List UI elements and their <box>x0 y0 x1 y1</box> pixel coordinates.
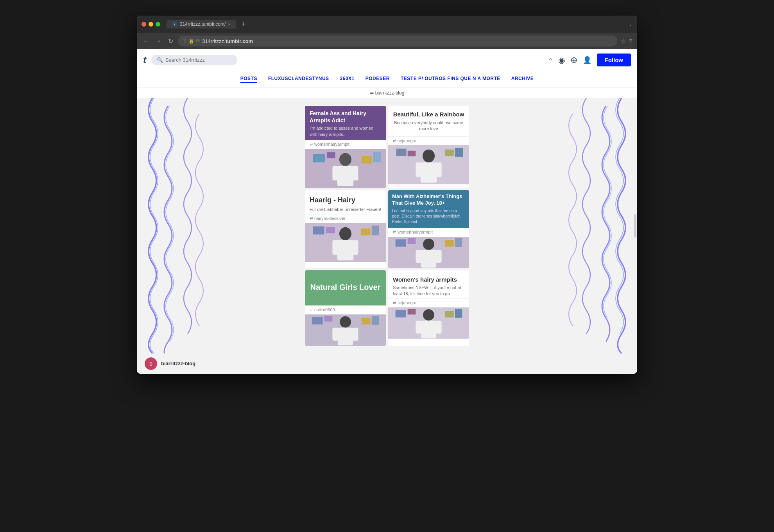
reblog-icon-5: ⇌ <box>310 307 313 312</box>
post-card-1[interactable]: Female Ass and Hairy Armpits Adict I'm a… <box>305 106 386 188</box>
header-right-nav: ⌂ ◉ ⊕ 👤 Follow <box>548 54 631 66</box>
tab-dropdown-button[interactable]: ⌄ <box>629 21 632 27</box>
post-6-image <box>388 307 469 339</box>
tumblr-logo[interactable]: t <box>143 54 147 66</box>
post-3-source: ⇌ hairybodieslover <box>305 214 386 223</box>
minimize-button[interactable] <box>149 22 153 27</box>
svg-point-10 <box>423 150 435 162</box>
eye-icon[interactable]: ◉ <box>558 55 565 65</box>
svg-rect-23 <box>313 227 324 235</box>
svg-point-19 <box>339 227 351 240</box>
post-1-title: Female Ass and Hairy Armpits Adict <box>310 110 381 124</box>
url-display: 314rritzzz.tumblr.com <box>202 38 253 44</box>
svg-rect-40 <box>352 328 358 341</box>
footer-blog-name: biarritzzz-blog <box>161 361 195 366</box>
svg-rect-49 <box>435 321 442 334</box>
browser-toolbar: ← → ↻ ☉ 🔒 ✉ 314rritzzz.tumblr.com ☆ ≡ <box>137 33 637 49</box>
svg-rect-20 <box>337 240 353 261</box>
svg-rect-12 <box>416 162 422 177</box>
site-info-icon: ✉ <box>196 38 200 44</box>
post-2-image <box>388 145 469 184</box>
svg-rect-4 <box>352 166 358 180</box>
maximize-button[interactable] <box>156 22 160 27</box>
reblog-icon: ⇌ <box>370 90 374 96</box>
post-4-header: Man With Alzheimer's Things That Give Me… <box>388 190 469 228</box>
reblog-header: ⇌ biarritzzz-blog <box>137 88 637 98</box>
svg-rect-34 <box>445 240 454 247</box>
reload-button[interactable]: ↻ <box>167 36 175 46</box>
svg-rect-26 <box>372 225 379 235</box>
home-icon[interactable]: ⌂ <box>548 56 553 64</box>
svg-rect-8 <box>373 152 381 162</box>
url-domain: tumblr.com <box>226 38 253 44</box>
compose-icon[interactable]: ⊕ <box>570 55 577 65</box>
search-icon: 🔍 <box>157 57 163 63</box>
svg-rect-7 <box>362 156 372 164</box>
svg-point-28 <box>423 239 434 250</box>
posts-grid: Female Ass and Hairy Armpits Adict I'm a… <box>305 106 469 346</box>
nav-archive[interactable]: ARCHIVE <box>511 76 534 83</box>
new-tab-button[interactable]: + <box>242 20 246 29</box>
svg-rect-3 <box>332 166 339 180</box>
address-bar[interactable]: ☉ 🔒 ✉ 314rritzzz.tumblr.com <box>178 36 617 46</box>
forward-button[interactable]: → <box>154 36 163 46</box>
nav-posts[interactable]: POSTS <box>240 76 257 83</box>
menu-icon[interactable]: ≡ <box>629 37 632 45</box>
svg-rect-5 <box>313 154 325 162</box>
reblog-icon-1: ⇌ <box>310 142 313 146</box>
back-button[interactable]: ← <box>142 36 151 46</box>
svg-rect-17 <box>455 148 463 157</box>
post-card-3[interactable]: Haarig - Hairy Für die Liebhaber unrasie… <box>305 190 386 268</box>
svg-rect-43 <box>362 318 371 325</box>
blog-footer: b biarritzzz-blog <box>137 353 637 374</box>
nav-360x1[interactable]: 360X1 <box>340 76 355 83</box>
post-card-6[interactable]: Women's hairy armpits Sometimes NSFW ...… <box>388 270 469 346</box>
svg-rect-21 <box>332 240 339 255</box>
post-1-desc: I'm addicted to asses and women with hai… <box>310 125 381 137</box>
nav-podeser[interactable]: PODESER <box>366 76 390 83</box>
close-button[interactable] <box>142 22 146 27</box>
post-5-source: ⇌ calico0609 <box>305 305 386 314</box>
svg-rect-35 <box>455 238 462 247</box>
post-2-desc: Because everybody could use some more lo… <box>393 120 464 132</box>
post-card-2[interactable]: Beautiful, Like a Rainbow Because everyb… <box>388 106 469 188</box>
svg-rect-11 <box>421 162 437 183</box>
post-6-desc: Sometimes NSFW ... if you're not at leas… <box>393 285 464 297</box>
post-card-4[interactable]: Man With Alzheimer's Things That Give Me… <box>388 190 469 268</box>
post-3-source-name: hairybodieslover <box>314 216 346 221</box>
post-6-title: Women's hairy armpits <box>393 276 464 284</box>
bookmark-icon[interactable]: ☆ <box>620 37 626 45</box>
post-1-source: ⇌ womenhairyarmpit <box>305 140 386 149</box>
svg-rect-29 <box>421 250 436 268</box>
search-input[interactable] <box>165 57 228 63</box>
svg-rect-50 <box>396 310 406 318</box>
post-2-source-name: sejanegra <box>398 138 416 143</box>
scrollbar[interactable] <box>634 214 636 237</box>
svg-point-1 <box>339 153 351 166</box>
reblog-icon-2: ⇌ <box>393 139 396 143</box>
nav-fluxus[interactable]: FLUXUSCLANDESTYNUS <box>268 76 329 83</box>
browser-tab[interactable]: t 314rritzzz.tumblr.com/ × <box>167 20 236 29</box>
post-6-header: Women's hairy armpits Sometimes NSFW ...… <box>388 270 469 298</box>
nav-outros-fins[interactable]: TESTE P/ OUTROS FINS QUE N A MORTE <box>401 76 500 83</box>
svg-rect-32 <box>396 239 406 247</box>
tab-favicon: t <box>172 21 177 27</box>
svg-rect-47 <box>421 321 436 339</box>
tab-close-icon[interactable]: × <box>228 22 230 27</box>
account-icon[interactable]: 👤 <box>583 56 591 64</box>
post-4-source-name: womenhairyarmpit <box>398 230 433 234</box>
svg-rect-52 <box>445 311 454 318</box>
post-6-source-name: sejanegra <box>398 300 416 305</box>
svg-rect-15 <box>408 151 416 156</box>
search-bar[interactable]: 🔍 <box>151 55 237 65</box>
right-decoration <box>559 98 637 353</box>
post-5-title: Natural Girls Lover <box>310 282 381 292</box>
post-3-desc: Für die Liebhaber unrasierter Frauen! <box>310 207 381 212</box>
blog-nav: POSTS FLUXUSCLANDESTYNUS 360X1 PODESER T… <box>137 71 637 88</box>
url-host: 314rritzzz. <box>202 38 226 44</box>
post-5-image <box>305 314 386 346</box>
svg-rect-6 <box>327 152 335 159</box>
follow-button[interactable]: Follow <box>597 54 631 66</box>
tab-title: 314rritzzz.tumblr.com/ <box>180 21 226 27</box>
post-card-5[interactable]: Natural Girls Lover ⇌ calico0609 <box>305 270 386 346</box>
